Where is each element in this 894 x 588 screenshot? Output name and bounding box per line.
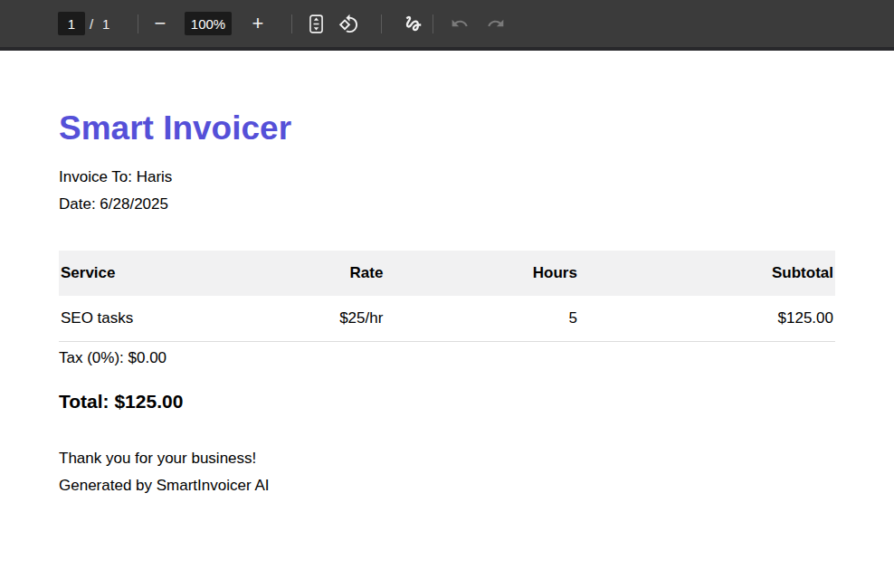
fit-page-button[interactable]	[303, 11, 328, 36]
annotate-pen-icon	[404, 14, 423, 33]
header-rate: Rate	[222, 251, 385, 296]
footer-generated-by: Generated by SmartInvoicer AI	[59, 477, 835, 495]
header-subtotal: Subtotal	[579, 251, 835, 296]
rotate-counterclockwise-icon	[338, 14, 359, 34]
cell-subtotal: $125.00	[579, 296, 835, 342]
header-hours: Hours	[385, 251, 579, 296]
rotate-button[interactable]	[336, 11, 361, 36]
zoom-level-input[interactable]	[185, 12, 232, 35]
fit-to-page-icon	[309, 14, 323, 33]
footer-thank-you: Thank you for your business!	[59, 450, 835, 468]
cell-rate: $25/hr	[222, 296, 385, 342]
page-number-input[interactable]	[58, 12, 85, 35]
pdf-toolbar: / 1 − +	[0, 0, 894, 51]
cell-hours: 5	[385, 296, 579, 342]
invoice-to-line: Invoice To: Haris	[59, 168, 835, 186]
table-row: SEO tasks $25/hr 5 $125.00	[59, 296, 835, 342]
redo-icon	[487, 14, 505, 33]
page-count: 1	[102, 0, 109, 47]
redo-button[interactable]	[483, 11, 509, 36]
total-line: Total: $125.00	[59, 391, 835, 413]
invoice-date-line: Date: 6/28/2025	[59, 195, 835, 213]
toolbar-separator	[433, 14, 433, 33]
cell-service: SEO tasks	[59, 296, 222, 342]
undo-icon	[451, 14, 469, 33]
table-header-row: Service Rate Hours Subtotal	[59, 251, 835, 296]
pdf-viewer: / 1 − +	[0, 0, 894, 588]
undo-button[interactable]	[447, 11, 472, 36]
zoom-out-button[interactable]: −	[147, 11, 173, 36]
document-area: Smart Invoicer Invoice To: Haris Date: 6…	[0, 51, 894, 588]
tax-line: Tax (0%): $0.00	[59, 349, 835, 366]
toolbar-separator	[381, 14, 382, 33]
header-service: Service	[59, 251, 222, 296]
page-divider: /	[90, 0, 93, 47]
invoice-title: Smart Invoicer	[59, 109, 835, 148]
zoom-in-button[interactable]: +	[245, 11, 271, 36]
toolbar-separator	[138, 14, 138, 33]
annotate-button[interactable]	[401, 11, 426, 36]
toolbar-separator	[291, 14, 292, 33]
invoice-table: Service Rate Hours Subtotal SEO tasks $2…	[59, 251, 835, 342]
